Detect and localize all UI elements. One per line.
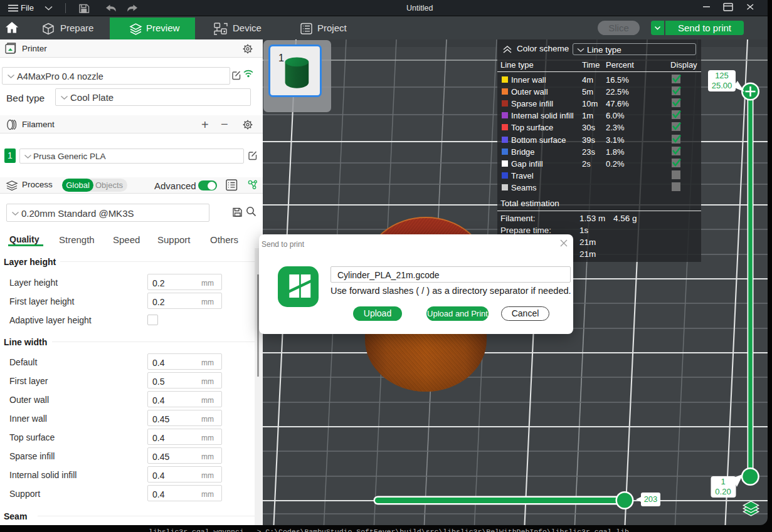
svg-text:203: 203 [644, 494, 658, 504]
svg-text:0.20: 0.20 [715, 487, 731, 496]
svg-text:25.00: 25.00 [712, 81, 732, 90]
svg-text:1: 1 [721, 477, 725, 486]
svg-text:125: 125 [715, 71, 729, 80]
